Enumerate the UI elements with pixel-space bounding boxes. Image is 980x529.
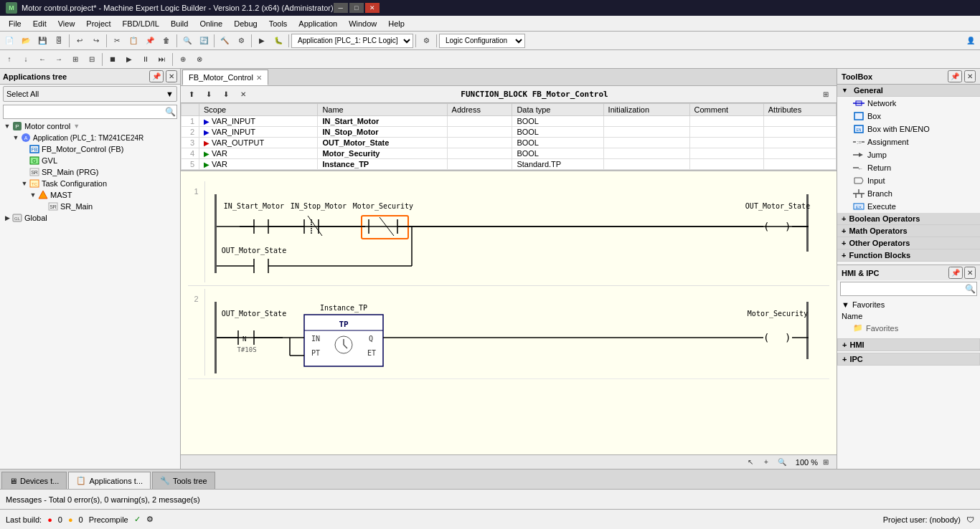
- tb2-btn12[interactable]: ⊗: [192, 52, 207, 67]
- new-button[interactable]: 📄: [1, 34, 17, 48]
- build-button[interactable]: 🔨: [217, 34, 232, 48]
- application-dropdown[interactable]: Application [PLC_1: PLC Logic]: [291, 34, 413, 48]
- bottom-tab-tools[interactable]: 🔧 Tools tree: [152, 472, 215, 489]
- tb2-btn5[interactable]: ⊞: [67, 52, 83, 67]
- cut-button[interactable]: ✂: [109, 34, 125, 48]
- editor-btn3[interactable]: ⬇: [218, 87, 234, 102]
- menu-application[interactable]: Application: [293, 16, 343, 32]
- expand-icon[interactable]: [20, 156, 29, 165]
- tb2-btn10[interactable]: ⏭: [154, 52, 170, 67]
- expand-icon[interactable]: ▼: [29, 191, 37, 199]
- toolbox-item-jump[interactable]: Jump: [837, 148, 980, 161]
- general-section-header[interactable]: ▼ General: [837, 85, 980, 97]
- menu-help[interactable]: Help: [382, 16, 410, 32]
- fit-view-tool[interactable]: ⊞: [818, 455, 834, 470]
- search-icon[interactable]: 🔍: [164, 105, 176, 118]
- undo-button[interactable]: ↩: [72, 34, 88, 48]
- hmi-section-header[interactable]: + HMI: [837, 338, 980, 351]
- tree-item-application[interactable]: ▼ A Application (PLC_1: TM241CE24R: [0, 132, 180, 143]
- add-network-tool[interactable]: +: [758, 455, 774, 470]
- paste-button[interactable]: 📌: [142, 34, 158, 48]
- math-section-header[interactable]: + Math Operators: [837, 225, 980, 237]
- select-all-dropdown[interactable]: Select All ▼: [3, 86, 177, 102]
- toolbox-item-assignment[interactable]: := Assignment: [837, 135, 980, 148]
- tb2-btn11[interactable]: ⊕: [175, 52, 191, 67]
- tab-close-icon[interactable]: ✕: [256, 74, 262, 82]
- favorites-header[interactable]: ▼ Favorites: [842, 299, 976, 310]
- find-button[interactable]: 🔍: [179, 34, 195, 48]
- tree-item-gvl[interactable]: G GVL: [0, 155, 180, 166]
- hmi-search-input[interactable]: [841, 285, 963, 293]
- toolbox-item-execute[interactable]: EX Execute: [837, 200, 980, 213]
- save-all-button[interactable]: 🗄: [51, 34, 67, 48]
- tb2-btn8[interactable]: ▶: [121, 52, 137, 67]
- panel-close-button[interactable]: ✕: [166, 70, 177, 82]
- menu-view[interactable]: View: [52, 16, 81, 32]
- expand-icon[interactable]: [20, 145, 29, 153]
- table-row[interactable]: 4 ▶ VAR Motor_Security BOOL: [182, 148, 837, 159]
- tb2-btn7[interactable]: ⏹: [105, 52, 121, 67]
- minimize-button[interactable]: ─: [334, 3, 348, 13]
- tree-item-global[interactable]: ▶ GL Global: [0, 212, 180, 224]
- expand-icon[interactable]: ▶: [3, 214, 11, 222]
- editor-btn1[interactable]: ⬆: [184, 87, 199, 102]
- replace-button[interactable]: 🔄: [196, 34, 212, 48]
- tb2-btn4[interactable]: →: [51, 52, 67, 67]
- toolbox-item-box[interactable]: Box: [837, 110, 980, 123]
- other-section-header[interactable]: + Other Operators: [837, 237, 980, 249]
- expand-icon[interactable]: ▼: [20, 179, 29, 188]
- rebuild-button[interactable]: ⚙: [233, 34, 249, 48]
- hmi-pin-button[interactable]: 📌: [948, 267, 963, 279]
- ipc-section-header[interactable]: + IPC: [837, 353, 980, 366]
- editor-zoom-in[interactable]: ⊞: [818, 87, 834, 102]
- boolean-section-header[interactable]: + Boolean Operators: [837, 213, 980, 225]
- tab-fb-motor-control[interactable]: FB_Motor_Control ✕: [182, 70, 268, 85]
- delete-button[interactable]: 🗑: [159, 34, 174, 48]
- editor-btn2[interactable]: ⬇: [201, 87, 217, 102]
- pin-button[interactable]: 📌: [149, 70, 164, 82]
- tb2-btn6[interactable]: ⊟: [84, 52, 100, 67]
- menu-build[interactable]: Build: [165, 16, 194, 32]
- expand-icon[interactable]: [39, 202, 47, 211]
- toolbox-item-input[interactable]: Input: [837, 174, 980, 187]
- expand-icon[interactable]: ▼: [11, 133, 20, 142]
- toolbox-item-network[interactable]: Network: [837, 97, 980, 110]
- toolbox-pin-button[interactable]: 📌: [948, 70, 962, 82]
- tb2-btn9[interactable]: ⏸: [138, 52, 154, 67]
- favorites-item[interactable]: 📁 Favorites: [842, 322, 976, 334]
- tb2-btn1[interactable]: ↑: [1, 52, 17, 67]
- table-row[interactable]: 1 ▶ VAR_INPUT IN_Start_Motor BOOL: [182, 116, 837, 127]
- search-input[interactable]: [4, 108, 164, 116]
- online-button[interactable]: ▶: [254, 34, 270, 48]
- expand-icon[interactable]: [20, 168, 29, 176]
- editor-btn-delete[interactable]: ✕: [235, 87, 251, 102]
- save-button[interactable]: 💾: [34, 34, 50, 48]
- toolbox-close-button[interactable]: ✕: [964, 70, 976, 82]
- dropdown-icon[interactable]: ▼: [73, 123, 80, 130]
- menu-window[interactable]: Window: [343, 16, 382, 32]
- menu-debug[interactable]: Debug: [228, 16, 263, 32]
- close-button[interactable]: ✕: [365, 3, 380, 13]
- tree-item-motor-control[interactable]: ▼ P Motor control ▼: [0, 120, 180, 132]
- debug-button[interactable]: 🐛: [270, 34, 286, 48]
- toolbox-item-branch[interactable]: Branch: [837, 187, 980, 200]
- table-row[interactable]: 2 ▶ VAR_INPUT IN_Stop_Motor BOOL: [182, 127, 837, 138]
- toolbox-item-box-en-eno[interactable]: EN Box with EN/ENO: [837, 123, 980, 135]
- tree-item-fb-motor[interactable]: FB FB_Motor_Control (FB): [0, 143, 180, 155]
- tb2-btn2[interactable]: ↓: [18, 52, 34, 67]
- tb2-btn3[interactable]: ←: [34, 52, 50, 67]
- bottom-tab-applications[interactable]: 📋 Applications t...: [68, 472, 151, 489]
- menu-online[interactable]: Online: [194, 16, 228, 32]
- user-button[interactable]: 👤: [963, 34, 979, 48]
- diagram-area[interactable]: 1 IN_Start_Motor: [181, 171, 837, 454]
- config-dropdown[interactable]: Logic Configuration: [439, 34, 525, 48]
- tree-item-task-config[interactable]: ▼ TC Task Configuration: [0, 178, 180, 189]
- hmi-search-icon[interactable]: 🔍: [963, 282, 976, 295]
- expand-icon[interactable]: ▼: [3, 122, 11, 130]
- table-row[interactable]: 5 ▶ VAR Instance_TP Standard.TP: [182, 159, 837, 170]
- menu-edit[interactable]: Edit: [27, 16, 52, 32]
- toolbox-item-return[interactable]: ← Return: [837, 161, 980, 174]
- menu-project[interactable]: Project: [80, 16, 116, 32]
- hmi-close-button[interactable]: ✕: [964, 267, 976, 279]
- menu-file[interactable]: File: [3, 16, 27, 32]
